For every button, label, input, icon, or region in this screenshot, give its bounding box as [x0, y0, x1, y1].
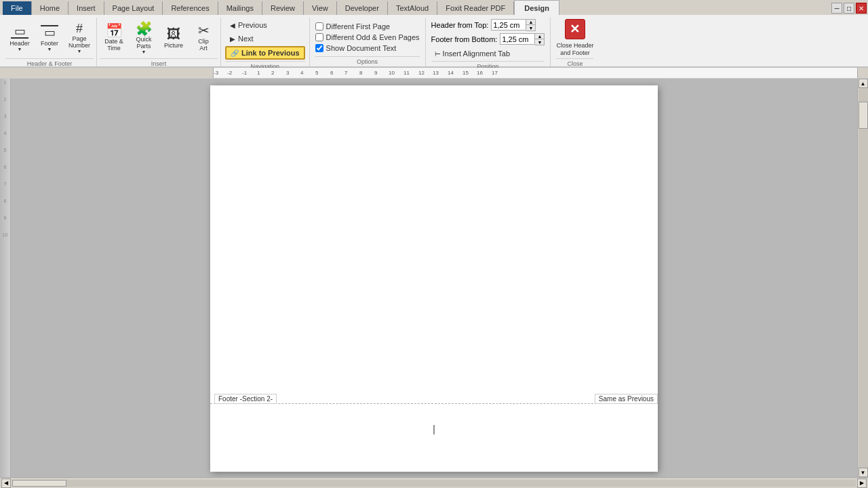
- horizontal-scroll-thumb[interactable]: [12, 480, 66, 487]
- previous-icon: ◀: [230, 22, 235, 29]
- different-first-page-checkbox[interactable]: Different First Page: [315, 22, 420, 30]
- header-arrow: ▼: [18, 47, 22, 52]
- close-header-footer-button[interactable]: ✕ Close Headerand Footer: [556, 19, 593, 57]
- page-number-arrow: ▼: [77, 49, 82, 54]
- next-icon: ▶: [230, 35, 235, 43]
- group-label-close: Close: [556, 58, 593, 68]
- different-odd-even-checkbox[interactable]: Different Odd & Even Pages: [315, 33, 420, 41]
- close-header-footer-label: Close Headerand Footer: [556, 42, 593, 57]
- scroll-up-arrow[interactable]: ▲: [859, 79, 868, 88]
- ribbon-group-options: Different First Page Different Odd & Eve…: [310, 18, 426, 66]
- previous-button[interactable]: ◀ Previous: [225, 19, 305, 31]
- tab-design[interactable]: Design: [514, 0, 559, 15]
- clip-art-button[interactable]: ✂ ClipArt: [189, 19, 218, 57]
- document-page[interactable]: Footer -Section 2- Same as Previous: [210, 85, 658, 472]
- ruler: -3 -2 -1 1 2 3 4 5 6 7 8 9 10 11 12 13 1…: [0, 68, 868, 79]
- tab-developer[interactable]: Developer: [337, 1, 388, 15]
- footer-label: Footer: [41, 40, 58, 47]
- footer-from-bottom-row: Footer from Bottom: ▲ ▼: [431, 33, 545, 45]
- picture-button[interactable]: 🖼 Picture: [159, 19, 188, 57]
- next-label: Next: [238, 35, 254, 43]
- page-number-label: PageNumber: [68, 36, 90, 49]
- ribbon-group-close: ✕ Close Headerand Footer Close: [551, 18, 599, 66]
- previous-label: Previous: [238, 21, 267, 29]
- show-document-text-checkbox[interactable]: Show Document Text: [315, 44, 420, 52]
- ruler-main: -3 -2 -1 1 2 3 4 5 6 7 8 9 10 11 12 13 1…: [214, 68, 857, 78]
- link-icon: 🔗: [231, 49, 239, 57]
- ribbon: ▭ Header ▼ ▭ Footer ▼ # PageNumber ▼ Hea…: [0, 15, 868, 68]
- group-label-header-footer: Header & Footer: [5, 58, 94, 68]
- header-from-top-row: Header from Top: ▲ ▼: [431, 19, 545, 31]
- tab-page-layout[interactable]: Page Layout: [104, 1, 163, 15]
- window-controls: ─ □ ✕: [830, 1, 868, 15]
- tab-textaloud[interactable]: TextAloud: [388, 1, 437, 15]
- page-number-icon: #: [76, 22, 83, 35]
- tab-insert[interactable]: Insert: [68, 1, 104, 15]
- footer-cursor-area[interactable]: [434, 424, 435, 434]
- scroll-track: [859, 88, 868, 468]
- close-window-btn[interactable]: ✕: [856, 3, 867, 14]
- ribbon-group-navigation: ◀ Previous ▶ Next 🔗 Link to Previous Nav…: [221, 18, 310, 66]
- clip-art-label: ClipArt: [198, 39, 209, 52]
- ribbon-group-position: Header from Top: ▲ ▼ Footer from Bottom:: [426, 18, 551, 66]
- same-as-previous-label: Same as Previous: [595, 394, 658, 404]
- restore-btn[interactable]: □: [844, 3, 854, 14]
- tab-review[interactable]: Review: [262, 1, 304, 15]
- quick-parts-icon: 🧩: [136, 22, 153, 35]
- footer-arrow: ▼: [47, 47, 52, 52]
- insert-alignment-tab-button[interactable]: ⊢ Insert Alignment Tab: [431, 47, 545, 60]
- close-x-icon: ✕: [565, 19, 585, 39]
- scroll-thumb[interactable]: [859, 102, 868, 129]
- header-icon: ▭: [11, 25, 28, 39]
- text-cursor: [434, 425, 435, 434]
- header-top-increment[interactable]: ▲: [526, 19, 536, 25]
- scroll-right-arrow[interactable]: ▶: [857, 479, 867, 488]
- quick-parts-button[interactable]: 🧩 QuickParts ▼: [130, 19, 158, 57]
- tab-view[interactable]: View: [304, 1, 337, 15]
- app-window: File Home Insert Page Layout References …: [0, 0, 868, 488]
- header-button[interactable]: ▭ Header ▼: [5, 19, 34, 57]
- header-top-decrement[interactable]: ▼: [526, 25, 536, 31]
- ribbon-group-header-footer: ▭ Header ▼ ▭ Footer ▼ # PageNumber ▼ Hea…: [3, 18, 97, 66]
- left-vertical-ruler: 12345678910: [0, 79, 11, 477]
- footer-bottom-decrement[interactable]: ▼: [535, 39, 545, 45]
- right-scrollbar: ▲ ▼: [857, 79, 868, 477]
- tab-file[interactable]: File: [3, 1, 32, 15]
- tab-foxit[interactable]: Foxit Reader PDF: [437, 1, 514, 15]
- link-to-previous-button[interactable]: 🔗 Link to Previous: [225, 46, 305, 60]
- next-button[interactable]: ▶ Next: [225, 33, 305, 45]
- header-from-top-input[interactable]: [491, 19, 526, 30]
- date-time-button[interactable]: 📅 Date &Time: [100, 19, 128, 57]
- footer-bottom-increment[interactable]: ▲: [535, 33, 545, 39]
- horizontal-scroll-track: [12, 480, 856, 487]
- minimize-btn[interactable]: ─: [831, 3, 842, 14]
- date-time-icon: 📅: [106, 24, 123, 37]
- tabs-row: File Home Insert Page Layout References …: [0, 0, 868, 15]
- quick-parts-label: QuickParts: [136, 37, 151, 50]
- date-time-label: Date &Time: [104, 39, 123, 52]
- alignment-tab-icon: ⊢: [435, 50, 441, 58]
- footer-from-bottom-label: Footer from Bottom:: [431, 35, 498, 43]
- group-label-options: Options: [315, 56, 420, 66]
- quick-parts-arrow: ▼: [142, 49, 146, 54]
- clip-art-icon: ✂: [198, 24, 210, 37]
- main-area: 12345678910 Footer -Section 2- Same as P…: [0, 79, 868, 477]
- header-from-top-label: Header from Top:: [431, 21, 489, 29]
- scroll-down-arrow[interactable]: ▼: [859, 468, 868, 477]
- footer-icon: ▭: [41, 25, 58, 39]
- footer-dashed-line: [210, 403, 658, 404]
- ruler-right-scrollbar-spacer: [857, 68, 868, 78]
- tab-references[interactable]: References: [163, 1, 218, 15]
- footer-button[interactable]: ▭ Footer ▼: [35, 19, 64, 57]
- group-label-insert: Insert: [100, 58, 218, 68]
- picture-label: Picture: [164, 42, 183, 49]
- tab-mailings[interactable]: Mailings: [218, 1, 262, 15]
- bottom-bar: ◀ ▶: [0, 477, 868, 488]
- tab-home[interactable]: Home: [32, 1, 68, 15]
- bottom-scrollbar: ◀ ▶: [0, 479, 868, 488]
- document-area: Footer -Section 2- Same as Previous: [11, 79, 857, 477]
- scroll-left-arrow[interactable]: ◀: [1, 479, 11, 488]
- page-number-button[interactable]: # PageNumber ▼: [65, 19, 94, 57]
- link-to-previous-label: Link to Previous: [241, 49, 300, 57]
- footer-from-bottom-input[interactable]: [500, 33, 535, 45]
